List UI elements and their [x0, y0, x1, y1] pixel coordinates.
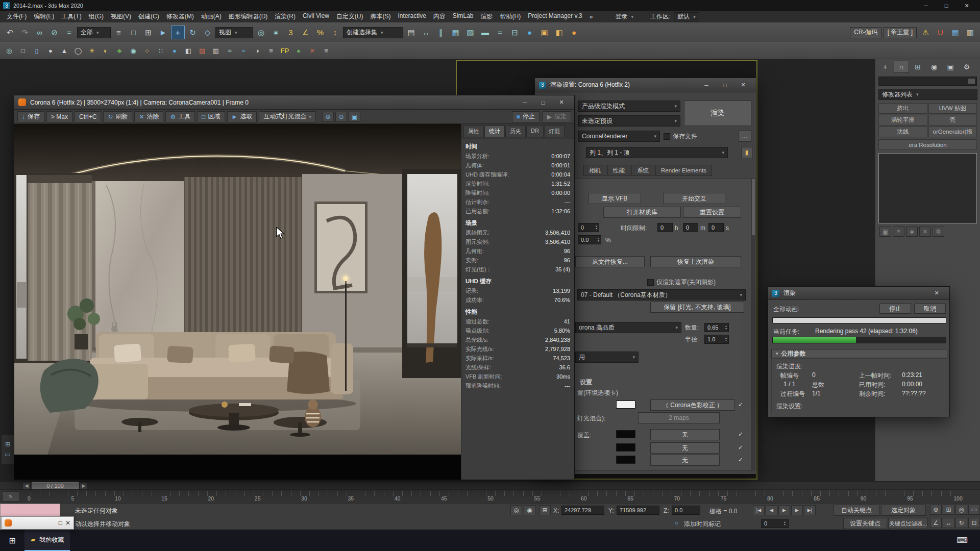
multi-sub-material-icon[interactable]: ◧	[182, 45, 194, 57]
menu-item[interactable]: 自定义(U)	[333, 11, 367, 22]
light-warning-icon[interactable]: ⚠	[919, 26, 933, 39]
close-button[interactable]: ✕	[734, 80, 752, 90]
open-material-library-button[interactable]: 打开材质库	[603, 207, 681, 218]
rectangular-selection-region-icon[interactable]: □	[127, 26, 140, 39]
z-coord-field[interactable]: 0.0	[672, 506, 700, 515]
modifier-preset-button[interactable]: UVW 贴图	[928, 103, 977, 114]
reference-coordinate-dropdown[interactable]: 视图 ▾	[215, 27, 253, 38]
hierarchy-tab-icon[interactable]: ⊞	[910, 61, 925, 73]
modifier-preset-button[interactable]: 法线	[878, 127, 927, 137]
menu-item[interactable]: 编辑(E)	[30, 11, 58, 22]
vfb-refresh-button[interactable]: ↻刷新	[103, 111, 132, 122]
sun-light-icon[interactable]: ☀	[86, 45, 98, 57]
maximize-button[interactable]: □	[534, 97, 552, 108]
forest-pack-icon[interactable]: ♠	[292, 45, 305, 57]
menu-item[interactable]: 工具(T)	[58, 11, 85, 22]
maxscript-listener-pink[interactable]	[0, 504, 60, 517]
gradient-map-icon[interactable]: ▥	[210, 45, 222, 57]
seconds-spinner[interactable]: 0	[708, 223, 724, 232]
snaps-toggle-icon[interactable]: 3	[284, 26, 298, 39]
use-pivot-point-center-icon[interactable]: ◎	[254, 26, 268, 39]
menu-item[interactable]: 脚本(S)	[366, 11, 394, 22]
render-progress-titlebar[interactable]: 3 渲染 ✕	[768, 287, 949, 300]
maximize-button[interactable]: □	[936, 1, 957, 11]
hours-spinner[interactable]: 0	[657, 223, 673, 232]
override-check-icon[interactable]: ✓	[738, 429, 743, 439]
render-setup-scrollbar[interactable]	[751, 178, 755, 471]
schematic-view-icon[interactable]: ⊟	[508, 26, 522, 39]
modify-tab-icon[interactable]: ∩	[894, 61, 909, 73]
render-mask-row[interactable]: 仅渲染遮罩(关闭阴影)	[647, 277, 716, 287]
track-bar[interactable]: ≈ 05101520253035404550556065707580859095…	[0, 489, 980, 503]
selected-object-dropdown[interactable]: 选定对象	[881, 505, 926, 516]
color-correction-icon[interactable]: ▨	[196, 45, 208, 57]
next-frame-icon[interactable]: ▶	[791, 505, 803, 515]
snap-target-icon[interactable]: ◎	[3, 45, 15, 57]
maximize-button[interactable]: □	[716, 80, 733, 90]
rendered-frame-window-icon[interactable]: ◧	[552, 26, 566, 39]
add-time-tag[interactable]: 添加时间标记	[684, 520, 721, 529]
mirror-icon[interactable]: ↔	[419, 26, 433, 39]
color-correct-check-icon[interactable]: ✓	[738, 399, 743, 410]
spin-down-icon[interactable]: ▾	[725, 328, 727, 330]
preset-dropdown[interactable]: 未选定预设 ▾	[578, 115, 680, 127]
y-coord-field[interactable]: 71509.992	[617, 506, 659, 515]
menu-overflow-chevron[interactable]: »	[586, 12, 597, 21]
project-manager-icon[interactable]: ▦	[948, 26, 962, 39]
toggle-layer-explorer-icon[interactable]: ▨	[463, 26, 477, 39]
menu-item[interactable]: SimLab	[449, 11, 477, 22]
isolate-selection-icon[interactable]: ◎	[510, 505, 522, 515]
percent-snap-toggle-icon[interactable]: %	[313, 26, 327, 39]
menu-item[interactable]: 动画(A)	[198, 11, 225, 22]
minutes-spinner[interactable]: 0	[683, 223, 698, 232]
vfb-stop-button[interactable]: ■停止	[512, 111, 540, 122]
menu-item[interactable]: 视图(V)	[107, 11, 135, 22]
override-check-icon[interactable]: ✓	[738, 442, 743, 453]
vfb-stats-tab[interactable]: 历史	[505, 126, 526, 137]
common-parameters-rollout[interactable]: ▾ 公用参数	[771, 349, 947, 358]
zoom-in-icon[interactable]: ⊕	[322, 112, 334, 122]
renderer-dropdown[interactable]: CoronaRenderer ▾	[578, 131, 660, 142]
restore-button[interactable]: □	[59, 519, 62, 527]
vfb-titlebar[interactable]: Corona 6 (Hotfix 2) | 3500×2740px (1:4) …	[14, 95, 574, 110]
override-map-button[interactable]: 无	[650, 442, 720, 454]
unlink-selection-icon[interactable]: ⊘	[47, 26, 61, 39]
configure-modifier-sets-icon[interactable]: ⚙	[933, 227, 944, 237]
cone-primitive-icon[interactable]: ▲	[58, 45, 70, 57]
workspace-selector[interactable]: 默认 ▾	[674, 12, 699, 21]
vfb-lightmix-dropdown[interactable]: 互动式灯光混合▾	[259, 111, 316, 122]
render-production-icon[interactable]: ●	[567, 26, 581, 39]
zoom-extents-icon[interactable]: ◎	[955, 505, 967, 515]
vfb-copy-button[interactable]: Ctrl+C	[75, 111, 101, 122]
select-and-scale-icon[interactable]: ◇	[201, 26, 214, 39]
orbit-icon[interactable]: ↻	[955, 518, 967, 528]
fov-icon[interactable]: ∠	[930, 518, 942, 528]
menu-item[interactable]: 修改器(M)	[163, 11, 198, 22]
selection-lock-icon[interactable]: ◉	[524, 505, 535, 515]
play-animation-icon[interactable]: ▶	[778, 505, 790, 515]
undo-icon[interactable]: ↶	[3, 26, 17, 39]
spin-down-icon[interactable]: ▾	[596, 228, 597, 230]
zoom-out-icon[interactable]: ⊖	[335, 112, 347, 122]
curve-editor-icon[interactable]: ≈	[493, 26, 507, 39]
utilities-tab-icon[interactable]: ⚙	[959, 61, 974, 73]
menu-item[interactable]: 渲影	[477, 11, 497, 22]
resume-from-file-button[interactable]: 从文件恢复...	[575, 256, 645, 267]
noise-map-icon[interactable]: ≈	[224, 45, 236, 57]
camera-icon[interactable]: ◉	[127, 45, 139, 57]
bind-to-space-warp-icon[interactable]: ≈	[62, 26, 76, 39]
toggle-ribbon-icon[interactable]: ▬	[478, 26, 492, 39]
sign-in-button[interactable]: 登录	[611, 11, 631, 22]
noise-limit-spinner[interactable]: 0.0 ▴▾	[578, 235, 601, 244]
amount-spinner[interactable]: 0.65 ▴▾	[704, 323, 729, 332]
show-vfb-button[interactable]: 显示 VFB	[588, 193, 641, 204]
save-file-checkbox[interactable]	[664, 133, 670, 140]
render-setup-icon[interactable]: ▣	[537, 26, 551, 39]
render-setup-tab[interactable]: 系统	[631, 165, 654, 176]
scrollbar-thumb[interactable]	[752, 179, 755, 235]
vfb-render-button[interactable]: ▶渲染	[543, 111, 571, 122]
viewport-layout-alt-icon[interactable]: ▭	[5, 451, 10, 458]
color-correct-button[interactable]: （ Corona色彩校正 ）	[650, 399, 735, 411]
object-name-field[interactable]	[878, 77, 977, 86]
go-to-end-icon[interactable]: ▶|	[804, 505, 816, 515]
